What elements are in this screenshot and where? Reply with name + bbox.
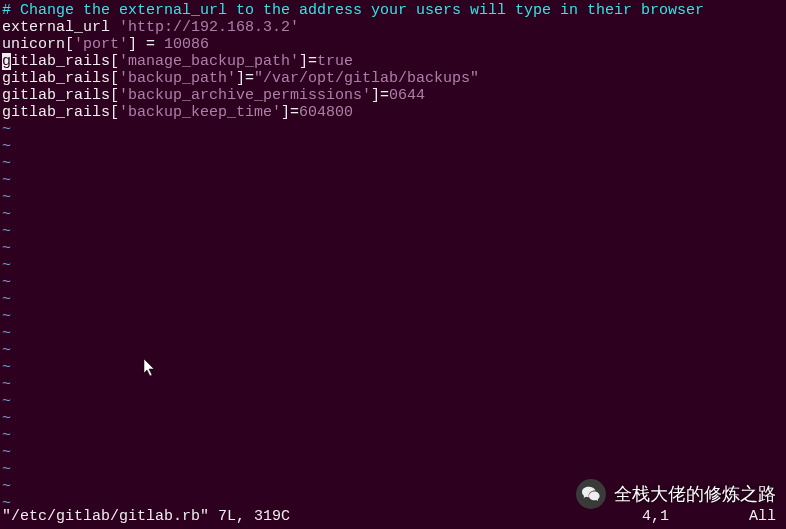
number-literal: 0644 [389,87,425,104]
code-line: gitlab_rails['backup_archive_permissions… [2,87,784,104]
number-literal: 10086 [164,36,209,53]
config-key: 'port' [74,36,128,53]
cursor-block: g [2,53,11,70]
empty-line-tilde: ~ [2,138,784,155]
empty-line-tilde: ~ [2,155,784,172]
status-file-info: "/etc/gitlab/gitlab.rb" 7L, 319C [2,508,290,525]
empty-line-tilde: ~ [2,291,784,308]
string-literal: "/var/opt/gitlab/backups" [254,70,479,87]
empty-line-tilde: ~ [2,240,784,257]
empty-line-tilde: ~ [2,223,784,240]
empty-line-tilde: ~ [2,308,784,325]
empty-line-tilde: ~ [2,461,784,478]
empty-line-tilde: ~ [2,342,784,359]
vim-status-bar: "/etc/gitlab/gitlab.rb" 7L, 319C 4,1 All [0,508,786,529]
wechat-icon [576,479,606,509]
code-line: gitlab_rails['backup_keep_time']=604800 [2,104,784,121]
code-line: external_url 'http://192.168.3.2' [2,19,784,36]
string-literal: 'http://192.168.3.2' [119,19,299,36]
empty-line-tilde: ~ [2,189,784,206]
config-key: 'backup_keep_time' [119,104,281,121]
empty-line-tilde: ~ [2,121,784,138]
empty-line-tilde: ~ [2,427,784,444]
code-line-cursor: gitlab_rails['manage_backup_path']=true [2,53,784,70]
code-line: unicorn['port'] = 10086 [2,36,784,53]
empty-line-tilde: ~ [2,376,784,393]
vim-editor[interactable]: # Change the external_url to the address… [0,0,786,529]
config-key: 'manage_backup_path' [119,53,299,70]
number-literal: 604800 [299,104,353,121]
empty-line-tilde: ~ [2,359,784,376]
code-line: gitlab_rails['backup_path']="/var/opt/gi… [2,70,784,87]
empty-line-tilde: ~ [2,206,784,223]
status-scroll-indicator: All [749,508,776,525]
empty-line-tilde: ~ [2,257,784,274]
empty-line-tilde: ~ [2,325,784,342]
watermark: 全栈大佬的修炼之路 [576,479,776,509]
empty-line-tilde: ~ [2,444,784,461]
empty-line-tilde: ~ [2,410,784,427]
boolean-literal: true [317,53,353,70]
config-key: 'backup_path' [119,70,236,87]
empty-line-tilde: ~ [2,172,784,189]
config-key: 'backup_archive_permissions' [119,87,371,104]
status-cursor-position: 4,1 [642,508,669,525]
comment-text: # Change the external_url to the address… [2,2,704,19]
watermark-text: 全栈大佬的修炼之路 [614,486,776,503]
code-line: # Change the external_url to the address… [2,2,784,19]
empty-line-tilde: ~ [2,274,784,291]
empty-line-tilde: ~ [2,393,784,410]
